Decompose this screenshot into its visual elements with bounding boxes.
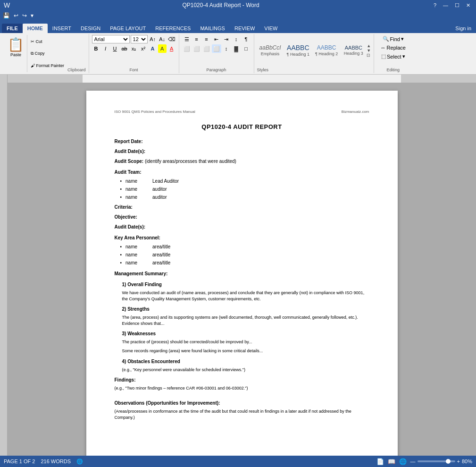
page-header: ISO 9001 QMS Policies and Procedures Man… [115, 110, 369, 114]
select-dropdown-icon[interactable]: ▾ [402, 53, 405, 59]
find-dropdown-icon[interactable]: ▾ [401, 36, 404, 42]
font-group-label: Font [130, 67, 138, 72]
justify-btn[interactable]: ⬜ [212, 44, 221, 53]
redo-quick-btn[interactable]: ↪ [21, 12, 28, 19]
font-size-select[interactable]: 12 [131, 35, 148, 43]
bold-btn[interactable]: B [92, 44, 100, 53]
paragraph-group-label: Paragraph [207, 67, 226, 72]
align-right-btn[interactable]: ⬜ [202, 44, 211, 53]
key-area-member-3: • name area/title [120, 259, 369, 266]
key-role-2: area/title [152, 251, 170, 258]
select-btn[interactable]: ⬚ Select ▾ [379, 52, 407, 60]
tab-references[interactable]: REFERENCES [150, 24, 195, 33]
align-left-btn[interactable]: ⬜ [182, 44, 192, 53]
team-member-1: • name Lead Auditor [120, 178, 369, 185]
save-quick-btn[interactable]: 💾 [2, 12, 11, 19]
customize-quick-btn[interactable]: ▾ [30, 12, 34, 19]
weaknesses-heading: 3) Weaknesses [122, 330, 369, 337]
team-member-3: • name auditor [120, 194, 369, 201]
tab-home[interactable]: HOME [23, 24, 48, 33]
audit-dates2-row: Audit Date(s): [115, 223, 369, 230]
multilevel-btn[interactable]: ≡ [202, 35, 211, 43]
bullet-dot-3: • [120, 194, 122, 201]
line-spacing-btn[interactable]: ↕ [222, 44, 231, 53]
text-effects-btn[interactable]: A [149, 44, 157, 53]
heading1-preview: AABBC [287, 44, 309, 52]
align-center-btn[interactable]: ⬜ [192, 44, 201, 53]
replace-icon: ↔ [381, 45, 386, 51]
find-btn[interactable]: 🔍 Find ▾ [381, 35, 406, 43]
show-formatting-btn[interactable]: ¶ [242, 35, 251, 43]
team-name-2: name [125, 186, 137, 193]
report-date-label: Report Date: [115, 139, 143, 144]
clear-formatting-btn[interactable]: ⌫ [167, 35, 176, 43]
sign-in-btn[interactable]: Sign in [451, 24, 476, 33]
subscript-btn[interactable]: x₂ [130, 44, 138, 53]
editing-group: 🔍 Find ▾ ↔ Replace ⬚ Select ▾ Editing [374, 34, 412, 73]
style-heading3[interactable]: AABBC Heading 3 [341, 43, 366, 57]
underline-btn[interactable]: U [111, 44, 119, 53]
text-highlight-btn[interactable]: A [158, 44, 167, 53]
borders-btn[interactable]: □ [242, 44, 251, 53]
bullets-btn[interactable]: ☰ [182, 35, 192, 43]
tab-file[interactable]: FILE [2, 24, 23, 33]
team-role-2: auditor [152, 186, 167, 193]
bullet-dot-2: • [120, 186, 122, 193]
tab-insert[interactable]: INSERT [48, 24, 76, 33]
clipboard-sub-btns: ✂ Cut ⧉ Copy 🖌 Format Painter [27, 35, 67, 72]
key-area-member-2: • name area/title [120, 251, 369, 258]
audit-scope-label: Audit Scope: [115, 159, 144, 164]
font-color-btn[interactable]: A [167, 44, 176, 53]
document-area[interactable]: ISO 9001 QMS Policies and Procedures Man… [8, 83, 476, 456]
styles-scroll-down-btn[interactable]: ▼ [367, 48, 371, 53]
numbering-btn[interactable]: ≡ [192, 35, 201, 43]
paste-button[interactable]: 📋 Paste [5, 35, 27, 72]
key-name-2: name [125, 251, 137, 258]
minimize-btn[interactable]: — [441, 2, 450, 8]
key-area-list: • name area/title • name area/title • na… [120, 243, 369, 266]
style-heading1[interactable]: AABBC ¶ Heading 1 [284, 42, 312, 58]
shading-btn[interactable]: ▓ [232, 44, 241, 53]
find-label: Find [390, 36, 400, 42]
header-left: ISO 9001 QMS Policies and Procedures Man… [115, 110, 195, 114]
team-member-2: • name auditor [120, 186, 369, 193]
italic-btn[interactable]: I [101, 44, 110, 53]
copy-button[interactable]: ⧉ Copy [29, 51, 66, 57]
undo-quick-btn[interactable]: ↩ [13, 12, 19, 19]
tab-view[interactable]: VIEW [259, 24, 282, 33]
increase-indent-btn[interactable]: ⇥ [222, 35, 231, 43]
help-btn[interactable]: ? [432, 2, 438, 8]
findings-label: Findings: [115, 376, 369, 383]
superscript-btn[interactable]: x² [139, 44, 148, 53]
maximize-btn[interactable]: ☐ [453, 2, 461, 8]
shrink-font-btn[interactable]: A↓ [158, 35, 167, 43]
close-btn[interactable]: ✕ [464, 2, 472, 8]
style-heading2[interactable]: AABBC ¶ Heading 2 [313, 43, 340, 57]
select-icon: ⬚ [381, 53, 386, 59]
tab-review[interactable]: REVIEW [230, 24, 259, 33]
styles-scroll-up-btn[interactable]: ▲ [367, 43, 371, 48]
report-date-row: Report Date: [115, 138, 369, 145]
team-name-1: name [125, 178, 137, 185]
tab-mailings[interactable]: MAILINGS [195, 24, 230, 33]
heading2-preview: AABBC [317, 44, 336, 51]
tab-design[interactable]: DESIGN [76, 24, 105, 33]
replace-btn[interactable]: ↔ Replace [379, 44, 408, 51]
key-area-member-1: • name area/title [120, 243, 369, 250]
strikethrough-btn[interactable]: ab [120, 44, 129, 53]
style-emphasis[interactable]: aaBbCcI Emphasis [257, 43, 284, 57]
criteria-row: Criteria: [115, 204, 369, 211]
grow-font-btn[interactable]: A↑ [149, 35, 157, 43]
font-family-select[interactable]: Arial [92, 35, 130, 43]
audit-scope-row: Audit Scope: (identify areas/processes t… [115, 158, 369, 165]
word-logo-icon: W [4, 1, 10, 9]
format-painter-button[interactable]: 🖌 Format Painter [29, 63, 66, 68]
audit-team-heading: Audit Team: [115, 169, 369, 176]
decrease-indent-btn[interactable]: ⇤ [212, 35, 221, 43]
styles-more-btn[interactable]: ⊡ [367, 53, 371, 58]
tab-page-layout[interactable]: PAGE LAYOUT [105, 24, 150, 33]
sort-btn[interactable]: ↕ [232, 35, 241, 43]
cut-button[interactable]: ✂ Cut [29, 39, 66, 44]
key-bullet-3: • [120, 259, 122, 266]
observations-text: (Areas/processes in conformance at the t… [115, 408, 369, 421]
